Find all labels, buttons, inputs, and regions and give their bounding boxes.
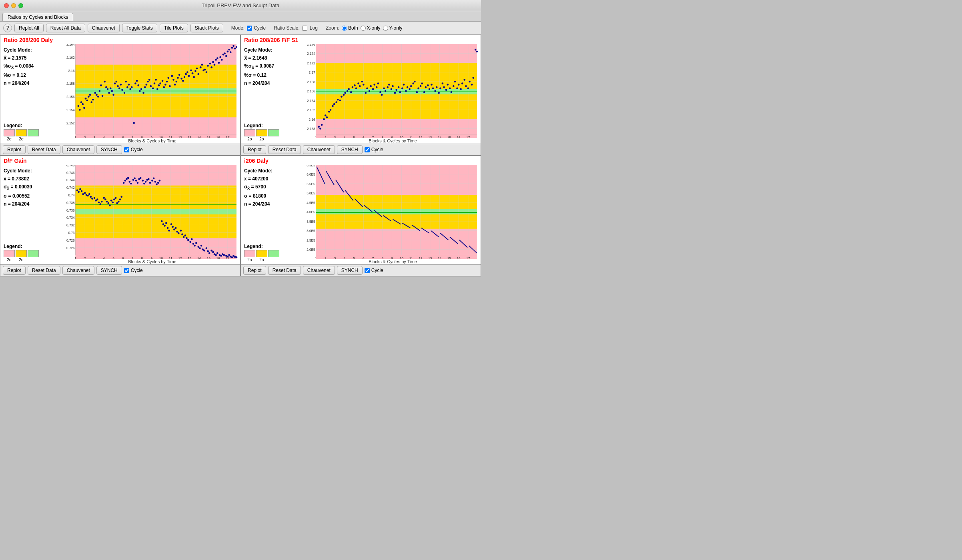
svg-point-422 xyxy=(168,230,170,232)
panel-tl-reset-button[interactable]: Reset Data xyxy=(28,145,60,154)
svg-point-128 xyxy=(196,68,198,70)
panel-tl-replot-button[interactable]: Replot xyxy=(3,145,26,154)
svg-text:0.744: 0.744 xyxy=(66,178,75,182)
svg-point-242 xyxy=(370,85,372,87)
svg-point-65 xyxy=(97,96,99,98)
svg-point-222 xyxy=(333,103,335,105)
svg-point-98 xyxy=(148,79,150,81)
svg-text:2: 2 xyxy=(84,136,86,138)
panel-bl-cycle-group[interactable]: Cycle xyxy=(124,268,143,273)
svg-point-430 xyxy=(181,234,183,236)
svg-point-435 xyxy=(189,241,191,243)
tab-bar: Ratios by Cycles and Blocks xyxy=(0,11,481,22)
svg-point-297 xyxy=(471,84,473,86)
panel-bl-synch-button[interactable]: SYNCH xyxy=(96,266,122,275)
panel-tr-chauvenet-button[interactable]: Chauvenet xyxy=(303,145,335,154)
close-button[interactable] xyxy=(4,3,9,8)
panel-tr-cycle-group[interactable]: Cycle xyxy=(365,147,383,152)
maximize-button[interactable] xyxy=(18,3,23,8)
panel-tl-body: Cycle Mode: x̄ = 2.1575 %σx̄ = 0.0084 %σ… xyxy=(0,44,240,144)
panel-bl-cycle-checkbox[interactable] xyxy=(124,268,129,273)
svg-point-87 xyxy=(131,86,133,88)
svg-text:14: 14 xyxy=(438,136,441,138)
zoom-radio-group[interactable]: Both X-only Y-only xyxy=(342,25,403,31)
svg-text:2.5E5: 2.5E5 xyxy=(307,238,315,242)
panel-br-replot-button[interactable]: Replot xyxy=(243,266,266,275)
cycle-label: Cycle xyxy=(254,25,266,31)
svg-point-264 xyxy=(410,85,412,87)
svg-point-73 xyxy=(110,88,112,90)
toggle-stats-button[interactable]: Toggle Stats xyxy=(122,24,157,32)
panel-bl-reset-button[interactable]: Reset Data xyxy=(28,266,60,275)
cycle-checkbox[interactable] xyxy=(247,26,252,31)
svg-point-126 xyxy=(193,76,195,78)
svg-point-53 xyxy=(79,109,81,111)
svg-point-389 xyxy=(116,202,118,204)
svg-point-392 xyxy=(120,196,122,198)
panel-tl-chauvenet-button[interactable]: Chauvenet xyxy=(62,145,94,154)
panel-tr-cycle-checkbox[interactable] xyxy=(365,147,370,152)
legend-pink-br xyxy=(244,250,255,257)
svg-point-438 xyxy=(194,245,196,247)
legend-boxes: 2σ 2σ xyxy=(4,129,61,141)
zoom-yonly-radio[interactable] xyxy=(383,26,388,31)
svg-point-62 xyxy=(92,99,94,101)
svg-text:2: 2 xyxy=(84,256,86,259)
traffic-lights xyxy=(4,3,23,8)
cycle-checkbox-group[interactable]: Cycle xyxy=(247,25,266,31)
panel-bl-chauvenet-button[interactable]: Chauvenet xyxy=(62,266,94,275)
svg-point-396 xyxy=(127,177,129,179)
panel-tl-stats: Cycle Mode: x̄ = 2.1575 %σx̄ = 0.0084 %σ… xyxy=(0,44,64,144)
svg-point-100 xyxy=(152,88,154,90)
svg-point-75 xyxy=(112,94,114,96)
panel-tr-svg-wrap[interactable]: 2.176 2.174 2.172 2.17 2.168 2.166 2.164… xyxy=(305,44,481,138)
panel-tl-cycle-group[interactable]: Cycle xyxy=(124,147,143,152)
panel-tr-replot-button[interactable]: Replot xyxy=(243,145,266,154)
zoom-both-radio[interactable] xyxy=(342,26,347,31)
stack-plots-button[interactable]: Stack Plots xyxy=(190,24,223,32)
panel-tr-synch-button[interactable]: SYNCH xyxy=(337,145,363,154)
panel-tl-cycle-checkbox[interactable] xyxy=(124,147,129,152)
svg-text:3.0E5: 3.0E5 xyxy=(307,229,315,233)
svg-point-270 xyxy=(421,82,423,84)
chauvenet-button[interactable]: Chauvenet xyxy=(88,24,120,32)
panel-ratio-208-206-daly: Ratio 208/206 Daly Cycle Mode: x̄ = 2.15… xyxy=(0,35,240,156)
replot-all-button[interactable]: Replot All xyxy=(14,24,44,32)
svg-point-276 xyxy=(432,88,434,90)
svg-point-122 xyxy=(186,71,188,73)
panel-tr-title: Ratio 208/206 F/F S1 xyxy=(241,35,481,44)
panel-br-cycle-group[interactable]: Cycle xyxy=(365,268,383,273)
panel-tr-reset-button[interactable]: Reset Data xyxy=(268,145,301,154)
zoom-xonly-radio[interactable] xyxy=(361,26,366,31)
panel-bl-replot-button[interactable]: Replot xyxy=(3,266,26,275)
panel-br-cycle-checkbox[interactable] xyxy=(365,268,370,273)
tab-ratios[interactable]: Ratios by Cycles and Blocks xyxy=(2,13,73,21)
panel-br-svg-wrap[interactable]: 6.5E5 6.0E5 5.5E5 5.0E5 4.5E5 4.0E5 3.5E… xyxy=(305,165,481,259)
panel-tr-chart-area: 2.176 2.174 2.172 2.17 2.168 2.166 2.164… xyxy=(305,44,481,144)
panel-br-chauvenet-button[interactable]: Chauvenet xyxy=(303,266,335,275)
svg-point-277 xyxy=(434,90,436,92)
svg-point-266 xyxy=(414,81,416,83)
svg-point-452 xyxy=(216,252,218,254)
panel-br-reset-button[interactable]: Reset Data xyxy=(268,266,301,275)
svg-point-427 xyxy=(176,231,178,233)
svg-point-377 xyxy=(98,202,100,204)
svg-point-376 xyxy=(96,198,98,200)
tile-plots-button[interactable]: Tile Plots xyxy=(160,24,188,32)
help-button[interactable]: ? xyxy=(3,24,12,32)
svg-point-82 xyxy=(124,92,126,94)
svg-point-94 xyxy=(142,92,144,94)
panel-df-gain: D/F Gain Cycle Mode: x = 0.73802 σx̄ = 0… xyxy=(0,156,240,276)
svg-text:14: 14 xyxy=(197,136,201,138)
panel-bl-svg-wrap[interactable]: 0.748 0.746 0.744 0.742 0.74 0.738 0.736… xyxy=(64,165,240,259)
svg-point-86 xyxy=(129,88,131,90)
svg-point-154 xyxy=(236,46,238,48)
minimize-button[interactable] xyxy=(11,3,16,8)
panel-tl-svg-wrap[interactable]: 2.164 2.162 2.16 2.158 2.156 2.154 2.152… xyxy=(64,44,240,138)
panel-br-synch-button[interactable]: SYNCH xyxy=(337,266,363,275)
svg-point-259 xyxy=(401,88,403,90)
reset-all-data-button[interactable]: Reset All Data xyxy=(46,24,85,32)
panel-tl-synch-button[interactable]: SYNCH xyxy=(96,145,122,154)
svg-point-274 xyxy=(429,88,431,90)
log-checkbox[interactable] xyxy=(302,26,307,31)
